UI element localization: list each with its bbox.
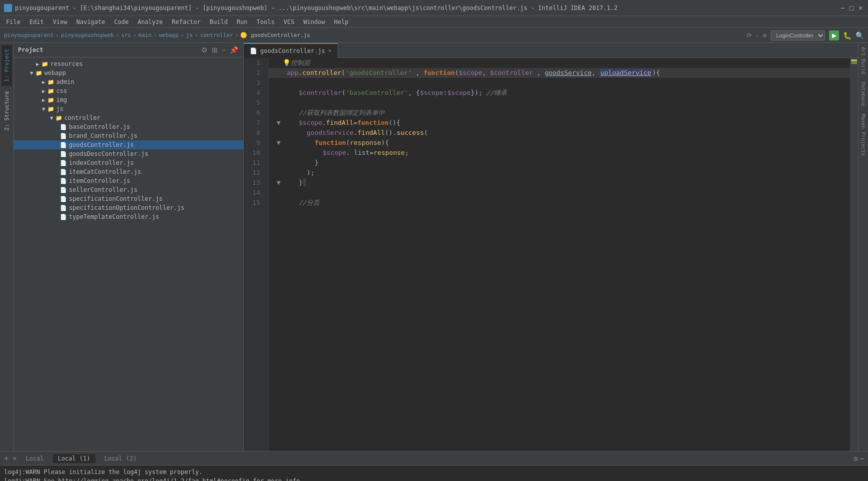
code-line-4: $controller('baseController', {$scope:$s… [269, 88, 850, 98]
tree-item-goodsController[interactable]: 📄 goodsController.js [14, 140, 243, 149]
terminal-tab-local-2[interactable]: Local (2) [99, 454, 142, 463]
tree-item-indexController[interactable]: 📄 indexController.js [14, 158, 243, 167]
nav-main[interactable]: main [138, 32, 152, 38]
code-line-1: 💡控制层 [269, 58, 850, 68]
project-pin-btn[interactable]: 📌 [229, 45, 239, 55]
code-line-7: ▼ $scope.findAll=function(){ [269, 118, 850, 128]
nav-pinyougouparent[interactable]: pinyougouparent [4, 32, 53, 38]
tree-label: controller [64, 114, 100, 121]
tab-close-btn[interactable]: × [328, 47, 332, 54]
tree-item-goodsDescController[interactable]: 📄 goodsDescController.js [14, 149, 243, 158]
terminal-tab-local-1[interactable]: Local (1) [53, 454, 95, 463]
code-line-12: ); [269, 168, 850, 178]
tree-item-specificationController[interactable]: 📄 specificationController.js [14, 194, 243, 203]
minimize-button[interactable]: − [839, 4, 846, 11]
nav-icon-settings[interactable]: ⚙ [763, 32, 767, 39]
code-line-11: } [269, 158, 850, 168]
terminal-content[interactable]: log4j:WARN Please initialize the log4j s… [0, 466, 868, 481]
editor-tab-goodsController[interactable]: 📄 goodsController.js × [244, 43, 338, 58]
nav-webapp[interactable]: webapp [159, 32, 179, 38]
code-area: 1 2 3 4 5 6 7 8 9 10 11 12 13 14 15 [244, 58, 858, 451]
debug-button[interactable]: 🐛 [843, 31, 852, 39]
nav-controller[interactable]: controller [200, 32, 233, 38]
terminal-add-button[interactable]: + [4, 454, 8, 463]
menu-refactor[interactable]: Refactor [168, 17, 205, 26]
tree-label: itemController.js [69, 177, 130, 184]
nav-icon-bookmark[interactable]: ☆ [756, 32, 759, 39]
line-num-15: 15 [244, 198, 264, 208]
code-line-9: ▼ function(response){ [269, 138, 850, 148]
menu-run[interactable]: Run [233, 17, 252, 26]
code-line-15: //分页 [269, 198, 850, 208]
tree-item-js[interactable]: ▼ 📁 js [14, 104, 243, 113]
tree-item-brand_Controller[interactable]: 📄 brand_Controller.js [14, 131, 243, 140]
tab-structure[interactable]: 2: Structure [1, 87, 12, 134]
menu-tools[interactable]: Tools [253, 17, 279, 26]
tree-label: goodsController.js [69, 141, 134, 148]
code-editor[interactable]: 💡控制层 app.controller('goodsController' , … [269, 58, 850, 451]
tree-item-specificationOptionController[interactable]: 📄 specificationOptionController.js [14, 203, 243, 212]
terminal-minimize-icon[interactable]: − [860, 455, 864, 463]
search-everywhere-button[interactable]: 🔍 [856, 31, 864, 39]
code-line-3 [269, 78, 850, 88]
line-num-10: 10 [244, 148, 264, 158]
tab-maven[interactable]: Maven Projects [860, 110, 867, 160]
menu-file[interactable]: File [2, 17, 24, 26]
code-line-5 [269, 98, 850, 108]
project-collapse-btn[interactable]: − [221, 45, 227, 55]
nav-pinyougoushopweb[interactable]: pinyougoushopweb [61, 32, 114, 38]
close-button[interactable]: × [857, 4, 864, 11]
nav-icon-sync[interactable]: ⟳ [747, 32, 752, 39]
tree-item-sellerController[interactable]: 📄 sellerController.js [14, 185, 243, 194]
menu-edit[interactable]: Edit [25, 17, 48, 26]
menu-build[interactable]: Build [206, 17, 232, 26]
terminal-tab-local[interactable]: Local [21, 454, 49, 463]
menu-vcs[interactable]: VCS [280, 17, 299, 26]
tree-item-admin[interactable]: ▶ 📁 admin [14, 77, 243, 86]
tree-item-controller[interactable]: ▼ 📁 controller [14, 113, 243, 122]
tab-database[interactable]: Database [860, 78, 867, 110]
tree-label: brand_Controller.js [69, 132, 137, 139]
project-expand-btn[interactable]: ⊞ [211, 45, 219, 55]
run-config-dropdown[interactable]: LoginController [771, 30, 825, 40]
window-title: pinyougouparent - [E:\shanghai34\pinyoug… [15, 4, 836, 11]
menu-help[interactable]: Help [330, 17, 353, 26]
project-tree: ▶ 📁 resources ▼ 📁 webapp ▶ 📁 admin ▶ 📁 [14, 57, 243, 451]
tree-label: specificationController.js [69, 195, 163, 202]
gutter-mark-ok [851, 62, 857, 64]
tree-item-resources[interactable]: ▶ 📁 resources [14, 59, 243, 68]
code-line-6: //获取列表数据绑定到表单中 [269, 108, 850, 118]
tab-project[interactable]: 1: Project [1, 45, 12, 86]
code-line-2: app.controller('goodsController' , funct… [269, 68, 850, 78]
tree-item-typeTemplateController[interactable]: 📄 typeTemplateController.js [14, 212, 243, 221]
menu-analyze[interactable]: Analyze [133, 17, 167, 26]
title-bar: pinyougouparent - [E:\shanghai34\pinyoug… [0, 0, 868, 16]
tab-art-build[interactable]: Art Build [860, 43, 867, 78]
menu-navigate[interactable]: Navigate [72, 17, 109, 26]
window-controls: − □ × [839, 4, 864, 11]
run-button[interactable]: ▶ [829, 30, 839, 40]
tree-label: itemCatController.js [69, 168, 141, 175]
tree-item-itemController[interactable]: 📄 itemController.js [14, 176, 243, 185]
terminal-close-tab-button[interactable]: × [12, 455, 16, 463]
menu-view[interactable]: View [49, 17, 71, 26]
maximize-button[interactable]: □ [848, 4, 855, 11]
gutter-mark-warning [851, 59, 857, 61]
nav-src[interactable]: src [121, 32, 131, 38]
tree-item-css[interactable]: ▶ 📁 css [14, 86, 243, 95]
tree-label: img [56, 96, 67, 103]
tree-item-webapp[interactable]: ▼ 📁 webapp [14, 68, 243, 77]
nav-js[interactable]: js [186, 32, 193, 38]
tree-item-itemCatController[interactable]: 📄 itemCatController.js [14, 167, 243, 176]
project-settings-btn[interactable]: ⚙ [200, 45, 209, 55]
tab-icon: 📄 [250, 47, 257, 54]
tree-item-baseController[interactable]: 📄 baseController.js [14, 122, 243, 131]
tree-item-img[interactable]: ▶ 📁 img [14, 95, 243, 104]
menu-window[interactable]: Window [299, 17, 329, 26]
line-num-9: 9 [244, 138, 264, 148]
terminal-settings-icon[interactable]: ⚙ [854, 455, 858, 463]
project-title: Project [18, 46, 198, 53]
line-numbers: 1 2 3 4 5 6 7 8 9 10 11 12 13 14 15 [244, 58, 269, 451]
code-line-14 [269, 188, 850, 198]
menu-code[interactable]: Code [110, 17, 133, 26]
